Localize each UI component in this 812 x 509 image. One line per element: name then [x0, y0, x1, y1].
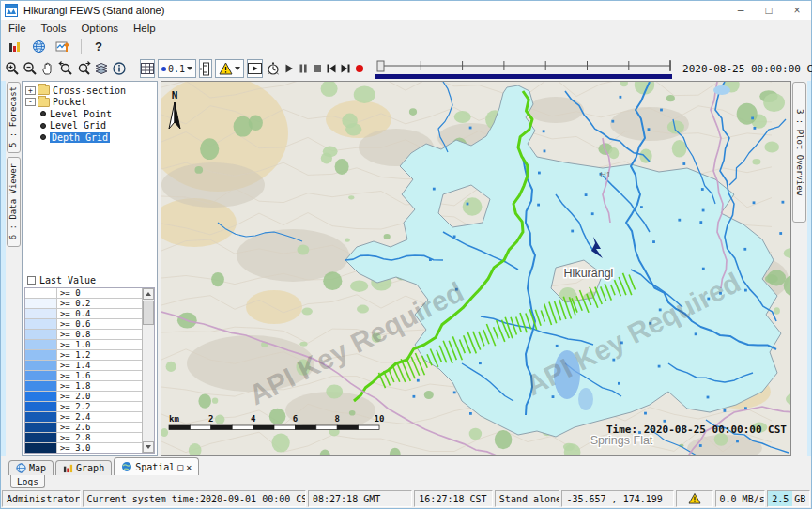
- scroll-down-icon[interactable]: [143, 441, 154, 453]
- tree-node-label: Depth Grid: [50, 132, 110, 143]
- contour-interval-dropdown[interactable]: 0.1: [158, 59, 196, 78]
- last-frame-button[interactable]: [340, 59, 351, 78]
- map-globe-icon: [16, 463, 26, 473]
- title-bar: Hikurangi FEWS (Stand alone) – □ ×: [1, 1, 811, 20]
- zoom-previous-button[interactable]: [58, 59, 73, 78]
- legend-color-swatch: [25, 392, 57, 401]
- tab-graph[interactable]: Graph: [55, 460, 112, 475]
- zoom-next-icon: [76, 61, 91, 76]
- menu-file[interactable]: File: [1, 23, 34, 34]
- maximize-button[interactable]: □: [755, 1, 783, 20]
- map-time-label: Time: 2020-08-25 00:00:00 CST: [606, 424, 787, 436]
- stop-icon: [312, 63, 323, 74]
- info-icon: [112, 61, 127, 76]
- scrollbar-thumb[interactable]: [143, 301, 154, 325]
- zoom-next-button[interactable]: [76, 59, 91, 78]
- folder-icon: [38, 98, 50, 107]
- status-system-time: Current system time:2020-09-01 00:00 CST: [83, 490, 306, 507]
- zoom-out-button[interactable]: [23, 59, 38, 78]
- legend-table: >= 0>= 0.2>= 0.4>= 0.6>= 0.8>= 1.0>= 1.2…: [24, 287, 155, 454]
- legend-row: >= 2.0: [25, 392, 142, 402]
- legend-row: >= 1.6: [25, 371, 142, 381]
- svg-text:km: km: [169, 414, 179, 424]
- stop-button[interactable]: [312, 59, 323, 78]
- legend-row: >= 3.0: [25, 443, 142, 454]
- legend-threshold-label: >= 1.0: [57, 340, 142, 349]
- tab-data-viewer-label: 6 : Data Viewer: [8, 163, 18, 239]
- tab-plot-overview[interactable]: 3 : Plot Overview: [792, 82, 806, 223]
- map-display-button[interactable]: [28, 37, 49, 55]
- close-button[interactable]: ×: [783, 1, 811, 20]
- legend-threshold-label: >= 0.8: [57, 330, 142, 339]
- warning-icon: [219, 62, 233, 75]
- pan-button[interactable]: [40, 59, 55, 78]
- legend-row: >= 0.2: [25, 299, 142, 309]
- legend-threshold-label: >= 2.8: [57, 433, 142, 442]
- warnings-dropdown[interactable]: [215, 59, 244, 78]
- legend-row: >= 0.6: [25, 319, 142, 330]
- map-view[interactable]: API Key Required API Key Required Hikura…: [161, 81, 791, 456]
- tree-expander-icon[interactable]: -: [25, 98, 36, 106]
- tree-node-cross-section[interactable]: +Cross-section: [25, 85, 157, 97]
- legend-color-swatch: [25, 309, 57, 318]
- legend-color-swatch: [25, 330, 57, 339]
- legend-row: >= 0.8: [25, 330, 142, 340]
- scale-gauge-button[interactable]: [199, 59, 212, 78]
- status-coordinates: -35.657 , 174.199: [561, 490, 673, 507]
- time-slider[interactable]: [375, 58, 674, 79]
- explorer-icon: [8, 39, 22, 54]
- right-edge: [807, 81, 811, 456]
- info-button[interactable]: [112, 59, 127, 78]
- legend-scrollbar[interactable]: [142, 288, 154, 453]
- tree-node-level-point[interactable]: Level Point: [40, 108, 157, 120]
- record-button[interactable]: [354, 59, 365, 78]
- grid-display-button[interactable]: [140, 59, 155, 78]
- legend-header: Last Value: [24, 272, 155, 287]
- tree-node-depth-grid[interactable]: Depth Grid: [40, 131, 157, 144]
- tab-data-viewer[interactable]: 6 : Data Viewer: [7, 157, 21, 247]
- legend-threshold-label: >= 1.8: [57, 381, 142, 391]
- legend-panel: Last Value >= 0>= 0.2>= 0.4>= 0.6>= 0.8>…: [22, 270, 158, 456]
- status-alert-cell[interactable]: [676, 490, 713, 507]
- last-value-checkbox[interactable]: [27, 276, 36, 285]
- pause-button[interactable]: [298, 59, 309, 78]
- menu-help[interactable]: Help: [126, 23, 163, 34]
- chevron-down-icon: [187, 67, 192, 70]
- tab-close-icon[interactable]: ✕: [186, 462, 192, 472]
- node-bullet-icon: [40, 111, 46, 116]
- play-button[interactable]: [283, 59, 295, 78]
- menu-tools[interactable]: Tools: [34, 23, 74, 34]
- menu-options[interactable]: Options: [73, 23, 126, 34]
- tab-map[interactable]: Map: [8, 460, 54, 475]
- spatial-display-button[interactable]: [53, 37, 73, 55]
- tab-spatial-label: Spatial: [135, 462, 175, 472]
- spatial-globe-icon: [121, 461, 132, 472]
- tree-node-level-grid[interactable]: Level Grid: [40, 120, 157, 132]
- scale-tick-label: 6: [293, 414, 298, 424]
- zoom-in-button[interactable]: [5, 59, 20, 78]
- tab-spatial[interactable]: Spatial □ ✕: [114, 457, 199, 475]
- layers-button[interactable]: [94, 59, 109, 78]
- memory-label: 2.5 GB: [772, 494, 805, 504]
- tree-node-pocket[interactable]: -Pocket: [25, 97, 157, 109]
- minimize-button[interactable]: –: [727, 1, 755, 20]
- legend-color-swatch: [25, 340, 57, 349]
- timer-button[interactable]: [266, 59, 281, 78]
- legend-row: >= 0.4: [25, 309, 142, 319]
- town-label: Hikurangi: [564, 267, 614, 280]
- legend-row: >= 1.2: [25, 350, 142, 361]
- status-memory: 2.5 GB: [767, 490, 810, 507]
- contour-dot-icon: [161, 67, 166, 71]
- tab-forecast[interactable]: 5 : Forecast: [7, 82, 21, 153]
- explorer-button[interactable]: [4, 37, 24, 55]
- first-frame-button[interactable]: [326, 59, 337, 78]
- logs-tab[interactable]: Logs: [10, 475, 45, 488]
- tab-maximize-icon[interactable]: □: [177, 462, 183, 472]
- animation-button[interactable]: [247, 59, 263, 78]
- tree-expander-icon[interactable]: +: [25, 86, 36, 95]
- tab-map-label: Map: [29, 463, 46, 473]
- scroll-up-icon[interactable]: [143, 288, 154, 300]
- zoom-previous-icon: [58, 61, 73, 76]
- tab-graph-label: Graph: [76, 463, 104, 473]
- help-button[interactable]: ?: [89, 39, 108, 54]
